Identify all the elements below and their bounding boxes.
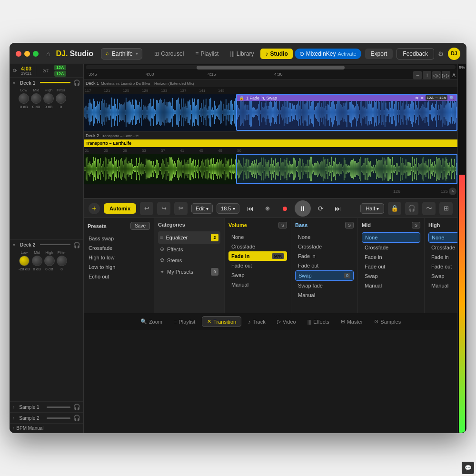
lock-button[interactable]: 🔒 — [388, 202, 401, 215]
sample1-chevron[interactable]: › — [13, 405, 14, 410]
volume-option-crossfade[interactable]: Crossfade — [228, 242, 287, 251]
category-equalizer[interactable]: ≡ Equalizer 2 — [158, 231, 220, 244]
preset-echo-out[interactable]: Echo out — [88, 272, 150, 281]
preset-low-to-high[interactable]: Low to high — [88, 262, 150, 272]
volume-option-manual[interactable]: Manual — [228, 280, 287, 289]
preset-bass-swap[interactable]: Bass swap — [88, 234, 150, 243]
skip-left-button[interactable]: ◁◁ — [432, 71, 441, 79]
export-button[interactable]: Export — [365, 49, 393, 59]
deck2-fader[interactable] — [40, 244, 70, 245]
transition-block-deck2[interactable] — [236, 154, 457, 184]
volume-option-fadein[interactable]: Fade in 50% — [228, 251, 287, 261]
maximize-button[interactable] — [33, 51, 39, 57]
feedback-button[interactable]: Feedback — [397, 48, 434, 60]
high-option-fadein[interactable]: Fade in — [428, 252, 457, 262]
grid-button[interactable]: ⊞ — [439, 202, 453, 215]
automix-button[interactable]: Automix — [104, 203, 136, 214]
skip-back-button[interactable]: ⏮ — [243, 201, 258, 216]
high-option-manual[interactable]: Manual — [428, 281, 457, 290]
bass-option-none[interactable]: None — [295, 232, 354, 242]
scissor-button[interactable]: ✂ — [174, 202, 188, 215]
settings-icon[interactable]: ⚙ — [438, 50, 444, 58]
category-mypresets[interactable]: ✦ My Presets 0 — [158, 266, 220, 278]
zoom-in-button[interactable]: + — [423, 71, 431, 79]
deck1-low-knob[interactable] — [19, 93, 29, 104]
nav-library[interactable]: ||| Library — [225, 49, 258, 59]
transition-search-icon[interactable]: 🔍 — [449, 96, 455, 100]
undo-button[interactable]: ↩ — [140, 202, 153, 215]
volume-s-button[interactable]: S — [278, 222, 287, 228]
mid-option-crossfade[interactable]: Crossfade — [362, 243, 420, 252]
bass-option-crossfade[interactable]: Crossfade — [295, 242, 354, 251]
home-button[interactable]: ⌂ — [46, 50, 50, 58]
nav-transition[interactable]: ✕ Transition — [202, 316, 241, 327]
mid-option-swap[interactable]: Swap — [362, 271, 420, 281]
nav-video[interactable]: ▷ Video — [272, 317, 301, 327]
deck1-headphone-icon[interactable]: 🎧 — [73, 79, 80, 86]
timeline-scroll-area[interactable]: 3:45 4:00 4:15 4:30 − + ◁◁ ▷▷ A — [84, 64, 457, 79]
bass-option-manual[interactable]: Manual — [295, 290, 354, 300]
loop-icon[interactable]: A — [449, 188, 456, 195]
nav-master[interactable]: ⊞ Master — [336, 317, 368, 327]
close-button[interactable] — [16, 51, 21, 57]
preset-crossfade[interactable]: Crossfade — [88, 243, 150, 253]
bpm-chevron[interactable]: › — [13, 426, 14, 431]
skip-forward-button[interactable]: ⏭ — [331, 201, 345, 216]
play-pause-button[interactable]: ⏸ — [295, 200, 311, 217]
bass-option-swap[interactable]: Swap 0 — [295, 270, 354, 281]
high-option-none[interactable]: None — [428, 232, 457, 243]
mid-option-fadein[interactable]: Fade in — [362, 252, 420, 262]
mid-option-fadeout[interactable]: Fade out — [362, 262, 420, 271]
scroll-handle[interactable] — [197, 66, 345, 69]
avatar[interactable]: DJ — [448, 48, 460, 60]
deck2-high-knob[interactable] — [44, 256, 55, 266]
deck1-chevron[interactable]: ▾ — [13, 80, 15, 86]
mid-option-manual[interactable]: Manual — [362, 281, 420, 290]
sample1-headphone-icon[interactable]: 🎧 — [73, 404, 80, 410]
deck1-fader[interactable] — [40, 82, 70, 83]
deck1-mid-knob[interactable] — [31, 93, 41, 104]
save-button[interactable]: Save — [130, 222, 150, 230]
deck2-headphone-icon[interactable]: 🎧 — [73, 242, 80, 248]
sample2-chevron[interactable]: › — [13, 416, 14, 421]
track-selector[interactable]: ♫ Earthlife ▾ — [101, 48, 142, 60]
high-option-swap[interactable]: Swap — [428, 271, 457, 281]
category-effects[interactable]: ⊕ Effects — [158, 244, 220, 255]
record-button[interactable]: ⏺ — [278, 201, 292, 216]
loop-button[interactable]: ⟳ — [314, 201, 328, 216]
bass-option-swapfade[interactable]: Swap fade — [295, 281, 354, 290]
minimize-button[interactable] — [24, 51, 30, 57]
nav-zoom[interactable]: 🔍 Zoom — [136, 317, 167, 327]
mid-option-none[interactable]: None — [362, 232, 420, 243]
deck2-filter-knob[interactable] — [57, 256, 67, 266]
bass-option-fadein[interactable]: Fade in — [295, 251, 354, 261]
cue-button[interactable]: ⊕ — [260, 201, 275, 216]
bass-s-button[interactable]: S — [345, 222, 354, 228]
volume-option-swap[interactable]: Swap — [228, 270, 287, 280]
volume-option-fadeout[interactable]: Fade out — [228, 261, 287, 270]
deck2-chevron[interactable]: ▾ — [13, 242, 15, 248]
mid-s-button[interactable]: S — [412, 222, 420, 228]
sample2-fader[interactable] — [47, 417, 70, 419]
wave-button[interactable]: 〜 — [422, 202, 436, 215]
nav-playlist[interactable]: ≡ Playlist — [190, 49, 223, 59]
headphone-button[interactable]: 🎧 — [405, 202, 418, 215]
nav-mixedkey[interactable]: ⊙ MixedInKey Activate — [295, 49, 361, 59]
nav-effects[interactable]: ||| Effects — [303, 317, 334, 327]
deck1-high-knob[interactable] — [43, 93, 54, 104]
deck2-low-knob[interactable] — [19, 256, 30, 266]
nav-playlist[interactable]: ≡ Playlist — [169, 317, 200, 327]
nav-samples[interactable]: ⊙ Samples — [369, 317, 406, 327]
sample1-fader[interactable] — [47, 407, 70, 408]
a-button[interactable]: A — [452, 73, 456, 78]
zoom-out-button[interactable]: − — [413, 71, 422, 79]
nav-track[interactable]: ♪ Track — [243, 317, 270, 327]
transition-block-deck1[interactable]: 🔒 1 Fade in, Swap ≋ ≡ 12A → 12A 🔍 — [236, 94, 457, 131]
preset-high-to-low[interactable]: High to low — [88, 253, 150, 262]
nav-studio[interactable]: ♪ Studio — [260, 49, 292, 59]
nav-carousel[interactable]: ⊞ Carousel — [149, 49, 188, 59]
high-option-crossfade[interactable]: Crossfade — [428, 243, 457, 252]
redo-button[interactable]: ↪ — [157, 202, 170, 215]
deck2-mid-knob[interactable] — [32, 256, 42, 266]
deck1-filter-knob[interactable] — [56, 93, 66, 104]
